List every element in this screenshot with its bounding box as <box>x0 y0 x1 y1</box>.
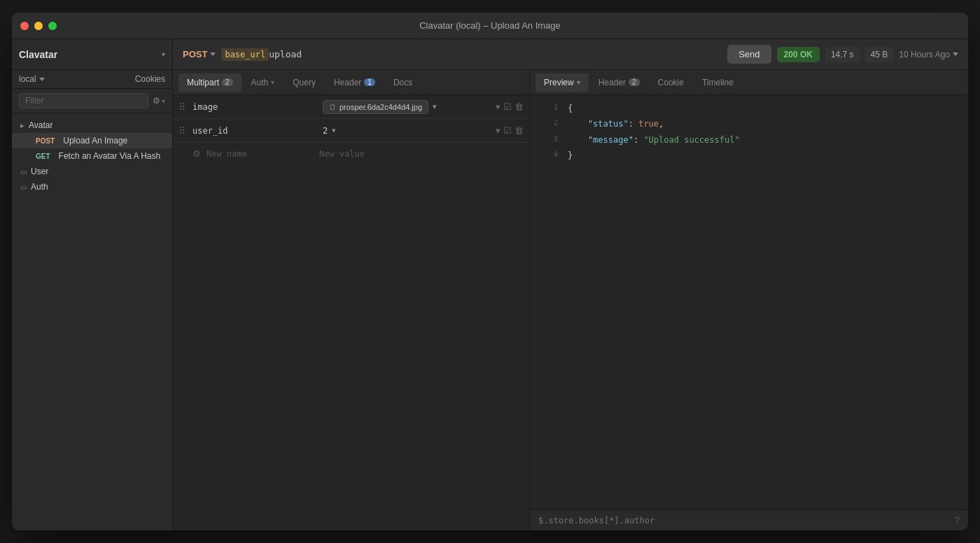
value-dropdown-icon[interactable]: ▾ <box>332 126 336 135</box>
tab-badge-highlight: 1 <box>364 78 375 86</box>
request-tabs-bar: Multipart 2 Auth ▾ Query Header 1 <box>173 70 529 95</box>
sidebar-dropdown-icon[interactable]: ▾ <box>162 50 165 58</box>
env-selector[interactable]: local <box>19 74 45 84</box>
response-footer: ? <box>530 509 968 530</box>
sidebar-folder-avatar[interactable]: ▸ Avatar <box>12 118 172 133</box>
cookies-button[interactable]: Cookies <box>135 74 165 84</box>
row-key: image <box>192 102 318 112</box>
env-label: local <box>19 74 36 84</box>
env-row: local Cookies <box>12 70 172 89</box>
row-check-icon[interactable]: ☑ <box>503 101 512 112</box>
table-row: ⠿ user_id 2 ▾ ▾ ☑ 🗑 <box>173 119 529 143</box>
folder-name: Avatar <box>29 120 52 130</box>
tab-header[interactable]: Header 1 <box>326 73 384 92</box>
file-chip[interactable]: 🗋 prosper.6da2c4d4d4.jpg <box>323 100 428 114</box>
sidebar-item-fetch-avatar[interactable]: GET Fetch an Avatar Via A Hash <box>12 148 172 164</box>
tab-query[interactable]: Query <box>284 73 324 92</box>
multipart-table: ⠿ image 🗋 prosper.6da2c4d4d4.jpg ▾ ▾ <box>173 95 529 530</box>
row-actions: ▾ ☑ 🗑 <box>496 101 524 112</box>
tab-docs[interactable]: Docs <box>385 73 421 92</box>
window-title: Clavatar (local) – Upload An Image <box>419 20 561 31</box>
time-ago-label: 10 Hours Ago <box>899 50 950 59</box>
tab-label: Multipart <box>187 78 219 87</box>
code-line: 1 { <box>530 101 968 116</box>
folder-name: User <box>31 167 48 176</box>
folder-name: Auth <box>31 182 48 192</box>
traffic-lights <box>20 22 57 30</box>
row-check-icon[interactable]: ☑ <box>503 125 512 136</box>
filter-row: ⚙ ▾ <box>12 89 172 113</box>
minimize-button[interactable] <box>34 22 43 30</box>
tab-auth[interactable]: Auth ▾ <box>243 73 284 92</box>
tab-label: Auth <box>251 78 269 87</box>
response-panel: Preview ▾ Header 2 Cookie Timeline <box>530 70 968 530</box>
tab-multipart[interactable]: Multipart 2 <box>178 73 241 92</box>
tab-label: Header <box>334 78 361 87</box>
code-line: 3 "message" : "Upload successful" <box>530 132 968 148</box>
url-bar[interactable]: base_url upload <box>221 48 722 61</box>
code-line: 2 "status" : true , <box>530 116 968 132</box>
content-area: POST base_url upload Send 200 OK 14.7 s … <box>173 39 968 530</box>
tab-label: Header <box>598 78 626 87</box>
maximize-button[interactable] <box>48 22 57 30</box>
file-icon: 🗋 <box>329 103 337 111</box>
method-badge-post: POST <box>33 136 57 146</box>
split-pane: Multipart 2 Auth ▾ Query Header 1 <box>173 70 968 530</box>
row-delete-icon[interactable]: 🗑 <box>514 125 524 136</box>
gear-icon: ⚙ <box>153 96 160 106</box>
method-select[interactable]: POST <box>183 49 216 59</box>
row-delete-icon[interactable]: 🗑 <box>514 101 524 112</box>
response-size: 45 B <box>865 47 894 62</box>
settings-icon: ⚙ <box>192 148 201 159</box>
file-dropdown-icon[interactable]: ▾ <box>433 102 437 111</box>
row-dropdown-icon[interactable]: ▾ <box>496 125 500 136</box>
env-chevron-icon <box>39 78 45 81</box>
drag-handle-icon[interactable]: ⠿ <box>178 101 188 113</box>
folder-icon: ▭ <box>20 183 27 191</box>
tab-label: Query <box>293 78 316 87</box>
url-variable: base_url <box>221 48 269 61</box>
send-button[interactable]: Send <box>727 45 771 64</box>
filter-input[interactable] <box>19 93 148 108</box>
code-line: 4 } <box>530 148 968 163</box>
row-dropdown-icon[interactable]: ▾ <box>496 101 500 112</box>
sidebar-item-upload-image[interactable]: POST Upload An Image <box>12 133 172 148</box>
sidebar-folder-auth[interactable]: ▭ Auth <box>12 179 172 195</box>
tab-header-response[interactable]: Header 2 <box>590 73 648 92</box>
tab-label: Preview <box>544 78 574 87</box>
method-chevron-icon <box>210 52 216 56</box>
new-name-input[interactable] <box>206 149 314 159</box>
folder-icon: ▸ <box>20 121 24 130</box>
row-value: 2 ▾ <box>323 126 491 136</box>
preview-arrow-icon: ▾ <box>577 78 580 86</box>
file-name: prosper.6da2c4d4d4.jpg <box>340 103 422 111</box>
sidebar-content: ▸ Avatar POST Upload An Image GET Fetch … <box>12 113 172 530</box>
sidebar-title: Clavatar <box>19 49 158 60</box>
tab-label: Docs <box>393 78 412 87</box>
main-layout: Clavatar ▾ local Cookies ⚙ ▾ <box>12 39 968 530</box>
table-row: ⠿ image 🗋 prosper.6da2c4d4d4.jpg ▾ ▾ <box>173 95 529 119</box>
new-row: ⚙ <box>173 143 529 165</box>
filter-settings-button[interactable]: ⚙ ▾ <box>153 96 165 106</box>
response-time: 14.7 s <box>825 47 860 62</box>
request-name: Fetch an Avatar Via A Hash <box>59 151 161 161</box>
row-value: 🗋 prosper.6da2c4d4d4.jpg ▾ <box>323 100 491 114</box>
row-key: user_id <box>192 126 318 136</box>
drag-handle-icon[interactable]: ⠿ <box>178 125 188 136</box>
tab-badge: 2 <box>222 78 233 86</box>
tab-timeline[interactable]: Timeline <box>694 73 742 92</box>
tab-preview[interactable]: Preview ▾ <box>536 73 589 92</box>
request-name: Upload An Image <box>63 136 127 146</box>
method-badge-get: GET <box>33 152 53 161</box>
tab-badge: 2 <box>629 78 640 86</box>
time-ago-chevron-icon <box>953 52 958 56</box>
titlebar: Clavatar (local) – Upload An Image <box>12 13 968 39</box>
jsonpath-input[interactable] <box>538 516 955 526</box>
close-button[interactable] <box>20 22 29 30</box>
sidebar-folder-user[interactable]: ▭ User <box>12 164 172 179</box>
new-value-input[interactable] <box>319 149 510 159</box>
request-bar: POST base_url upload Send 200 OK 14.7 s … <box>173 39 968 70</box>
help-icon[interactable]: ? <box>955 515 960 526</box>
sidebar-header: Clavatar ▾ <box>12 39 172 70</box>
tab-cookie[interactable]: Cookie <box>650 73 692 92</box>
